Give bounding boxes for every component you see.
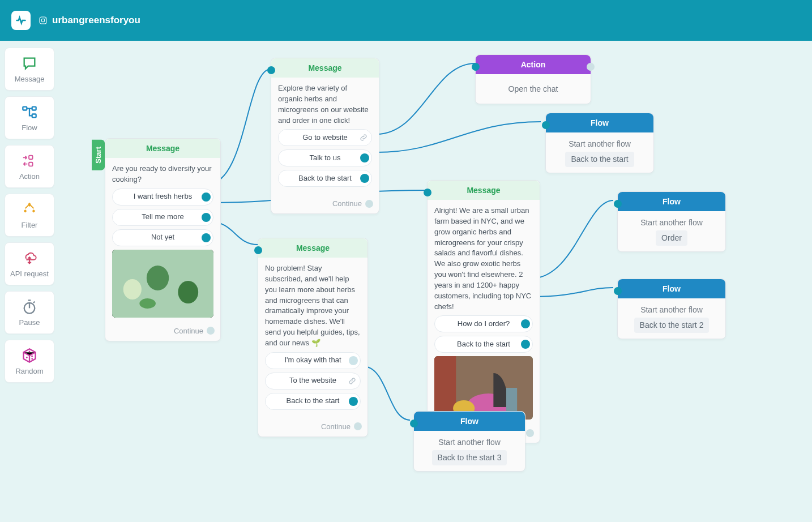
handle-text: urbangreensforyou [52,15,140,26]
instagram-icon [39,16,48,25]
page-handle: urbangreensforyou [39,15,140,26]
app-logo [11,11,31,30]
svg-rect-0 [40,17,46,24]
topbar: urbangreensforyou [0,0,812,41]
svg-point-1 [41,19,45,22]
svg-point-2 [45,18,45,19]
pulse-icon [15,15,27,26]
